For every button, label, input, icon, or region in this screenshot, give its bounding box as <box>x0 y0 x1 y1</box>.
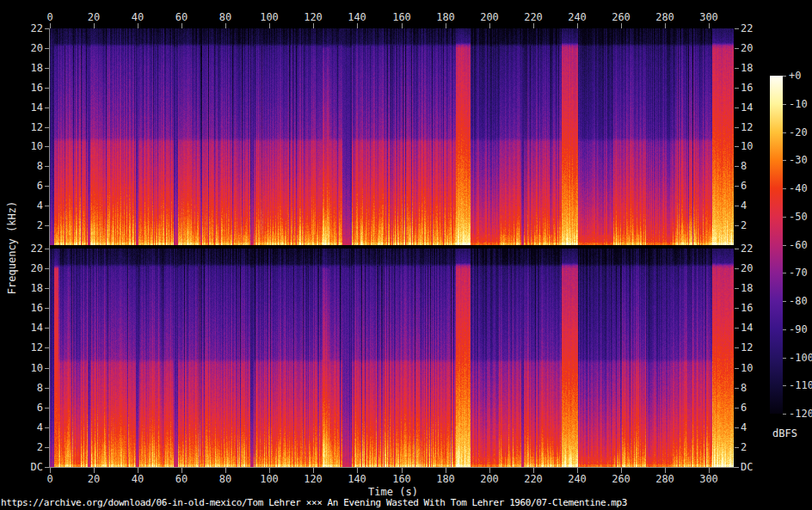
y-tick-label: 14 <box>31 323 43 333</box>
x-tick-mark <box>709 23 710 28</box>
y-tick-label: 16 <box>741 303 753 313</box>
y-tick-label: 10 <box>741 141 753 151</box>
y-tick-label: 6 <box>741 181 747 191</box>
x-tick-mark <box>357 23 358 28</box>
x-tick-label: 300 <box>699 474 718 484</box>
x-tick-mark <box>50 23 51 28</box>
y-tick-mark <box>735 48 739 49</box>
y-tick-mark <box>45 447 49 448</box>
x-tick-mark <box>665 23 666 28</box>
legend-tick-mark <box>783 160 786 161</box>
y-tick-label: 10 <box>741 363 753 373</box>
y-tick-label: 2 <box>741 442 747 452</box>
y-tick-mark <box>45 368 49 369</box>
y-tick-label: 20 <box>31 263 43 273</box>
y-tick-label: DC <box>741 462 753 472</box>
y-tick-label: 12 <box>31 122 43 132</box>
x-tick-label: 240 <box>568 12 587 22</box>
spectrogram-top-channel <box>50 28 734 245</box>
x-tick-label: 180 <box>436 474 455 484</box>
y-tick-mark <box>45 288 49 289</box>
y-tick-mark <box>45 68 49 69</box>
y-tick-mark <box>45 268 49 269</box>
legend-tick-label: -120 <box>789 409 812 419</box>
legend-tick-mark <box>783 329 786 330</box>
x-tick-label: 140 <box>348 474 366 484</box>
y-tick-label: 20 <box>741 43 753 53</box>
y-tick-mark <box>45 328 49 329</box>
legend-tick-label: -10 <box>789 99 808 109</box>
y-tick-mark <box>735 146 739 147</box>
legend-tick-mark <box>783 188 786 189</box>
y-tick-mark <box>45 225 49 226</box>
y-tick-label: 16 <box>31 83 43 93</box>
y-tick-mark <box>735 347 739 348</box>
y-tick-mark <box>735 408 739 409</box>
y-tick-label: 8 <box>741 383 747 393</box>
spectrogram-window: Frequency (kHz) Time (s) dBFS https://ar… <box>0 0 812 510</box>
x-tick-label: 280 <box>655 12 674 22</box>
x-tick-label: 200 <box>480 12 499 22</box>
y-tick-label: 12 <box>31 342 43 353</box>
y-tick-label: 8 <box>741 161 747 171</box>
legend-tick-label: +0 <box>789 71 801 81</box>
y-tick-mark <box>735 308 739 309</box>
x-tick-mark <box>94 23 95 28</box>
spectrogram-bottom-channel <box>50 249 734 467</box>
y-tick-mark <box>735 186 739 187</box>
y-tick-label: 6 <box>741 402 747 413</box>
legend-tick-mark <box>783 217 786 218</box>
y-tick-mark <box>735 328 739 329</box>
legend-tick-label: -40 <box>789 183 808 194</box>
x-tick-label: 300 <box>699 12 718 22</box>
legend-tick-label: -60 <box>789 240 808 250</box>
y-axis-title: Frequency (kHz) <box>6 201 18 294</box>
legend-tick-mark <box>783 132 786 133</box>
x-tick-label: 20 <box>88 12 100 22</box>
y-tick-label: 8 <box>37 161 43 171</box>
y-tick-label: 10 <box>31 141 43 151</box>
y-tick-mark <box>45 28 49 29</box>
y-tick-label: 22 <box>31 243 43 254</box>
y-tick-mark <box>45 108 49 108</box>
y-tick-mark <box>735 206 739 206</box>
y-tick-label: 8 <box>37 383 43 393</box>
y-tick-mark <box>735 88 739 89</box>
legend-tick-label: -90 <box>789 324 808 335</box>
legend-colorbar <box>770 76 783 414</box>
y-tick-label: 2 <box>37 220 43 230</box>
x-tick-label: 160 <box>392 474 411 484</box>
x-tick-label: 20 <box>88 474 100 484</box>
y-tick-label: 2 <box>741 220 747 230</box>
y-tick-mark <box>735 288 739 289</box>
y-tick-label: 2 <box>37 442 43 452</box>
y-tick-mark <box>45 388 49 389</box>
legend-tick-label: -110 <box>789 380 812 390</box>
x-axis-title: Time (s) <box>368 486 418 498</box>
x-tick-label: 80 <box>219 474 231 484</box>
y-tick-mark <box>735 467 739 468</box>
y-tick-mark <box>735 225 739 226</box>
y-tick-label: 22 <box>741 243 753 254</box>
x-tick-label: 100 <box>260 12 279 22</box>
x-tick-label: 200 <box>480 474 499 484</box>
x-tick-label: 240 <box>568 474 587 484</box>
x-tick-mark <box>533 23 534 28</box>
x-tick-label: 0 <box>46 474 52 484</box>
y-tick-mark <box>735 447 739 448</box>
x-tick-label: 100 <box>260 474 279 484</box>
x-tick-mark <box>621 23 622 28</box>
x-tick-label: 80 <box>219 12 231 22</box>
x-tick-mark <box>402 23 403 28</box>
y-tick-label: 14 <box>741 102 753 113</box>
y-tick-label: 20 <box>31 43 43 53</box>
y-tick-label: 12 <box>741 122 753 132</box>
legend-tick-label: -70 <box>789 267 808 278</box>
y-tick-label: 18 <box>31 63 43 73</box>
y-tick-label: 18 <box>741 283 753 293</box>
x-tick-label: 60 <box>175 12 188 22</box>
x-tick-label: 0 <box>46 12 52 22</box>
y-tick-mark <box>735 249 739 249</box>
legend-tick-label: -20 <box>789 127 808 138</box>
y-tick-mark <box>735 268 739 269</box>
